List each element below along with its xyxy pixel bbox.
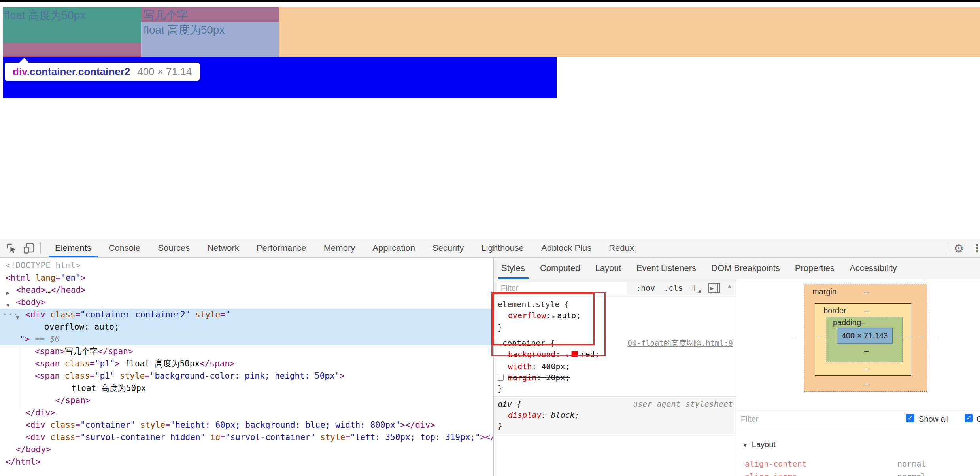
property-name[interactable]: overflow bbox=[508, 311, 546, 320]
container-selector[interactable]: .container { bbox=[498, 338, 555, 349]
tree-node[interactable]: <html lang="en"> bbox=[0, 272, 493, 284]
toggle-hover-state-button[interactable]: :hov bbox=[636, 283, 655, 293]
tree-node[interactable]: float 高度为50px bbox=[0, 382, 493, 394]
border-top-value[interactable]: – bbox=[864, 306, 869, 315]
padding-top-value[interactable]: – bbox=[861, 318, 866, 327]
tree-node[interactable]: <span>写几个字</span> bbox=[0, 345, 493, 358]
layout-property-value: normal bbox=[897, 472, 926, 476]
property-value[interactable]: 20px; bbox=[546, 373, 570, 382]
tree-node-selected[interactable]: overflow: auto; bbox=[0, 321, 493, 333]
position-left-value[interactable]: – bbox=[791, 331, 796, 340]
code-segment: "container container2" bbox=[80, 310, 190, 319]
sidebar-divider[interactable] bbox=[736, 279, 736, 476]
property-value[interactable]: 400px; bbox=[541, 362, 570, 371]
sidebar-tab-dom-breakpoints[interactable]: DOM Breakpoints bbox=[704, 258, 787, 279]
overflow-property[interactable]: overflow:▶auto; bbox=[494, 310, 736, 322]
border-bottom-value[interactable]: – bbox=[864, 365, 869, 374]
margin-left-value[interactable]: – bbox=[817, 331, 821, 340]
tooltip-selector: div.container.container2 bbox=[13, 66, 130, 78]
toggle-class-button[interactable]: .cls bbox=[664, 283, 683, 293]
tab-console[interactable]: Console bbox=[100, 239, 149, 257]
tree-node[interactable]: <!DOCTYPE html> bbox=[0, 260, 493, 272]
code-segment: "height: 60px; background: blue; width: … bbox=[170, 420, 400, 430]
kebab-menu-icon[interactable]: ⋮ bbox=[971, 242, 978, 255]
inline-text: 写几个字 bbox=[144, 9, 188, 21]
code-segment: "background-color: pink; height: 50px" bbox=[150, 371, 340, 381]
tree-node[interactable]: </body> bbox=[0, 444, 493, 456]
tab-redux[interactable]: Redux bbox=[600, 239, 643, 257]
sidebar-tab-computed[interactable]: Computed bbox=[532, 258, 588, 279]
expand-arrow-icon[interactable]: ▶ bbox=[552, 313, 555, 319]
tab-application[interactable]: Application bbox=[364, 239, 424, 257]
color-swatch[interactable] bbox=[571, 351, 578, 357]
element-style-rule[interactable]: element.style { overflow:▶auto; } bbox=[494, 297, 736, 336]
gear-icon[interactable]: ⚙ bbox=[954, 241, 964, 255]
stylesheet-source-link[interactable]: 04-float的高度塌陷.html:9 bbox=[627, 338, 733, 349]
tree-node[interactable]: </div> bbox=[0, 407, 493, 419]
property-value[interactable]: red; bbox=[580, 349, 599, 359]
tab-security[interactable]: Security bbox=[424, 239, 472, 257]
tab-elements[interactable]: Elements bbox=[46, 239, 100, 257]
property-name[interactable]: width bbox=[508, 362, 532, 371]
tree-node[interactable]: ▶<head>…</head> bbox=[0, 284, 493, 296]
scrollbar-up-icon[interactable]: ▲ bbox=[727, 283, 733, 289]
border-right-value[interactable]: – bbox=[908, 331, 912, 340]
sidebar-tab-properties[interactable]: Properties bbox=[787, 258, 842, 279]
expand-arrow-icon[interactable]: ▶ bbox=[567, 352, 570, 358]
width-property[interactable]: width: 400px; bbox=[494, 361, 736, 372]
container-rule[interactable]: .container { 04-float的高度塌陷.html:9 backgr… bbox=[494, 336, 736, 396]
inspect-element-icon[interactable] bbox=[6, 242, 17, 254]
position-right-value[interactable]: – bbox=[935, 331, 939, 340]
tab-sources[interactable]: Sources bbox=[149, 239, 198, 257]
code-segment: float 高度为50px bbox=[71, 383, 146, 393]
tab-memory[interactable]: Memory bbox=[315, 239, 364, 257]
toolbar-separator bbox=[946, 242, 946, 254]
tab-network[interactable]: Network bbox=[198, 239, 248, 257]
sidebar-tab-styles[interactable]: Styles bbox=[494, 258, 532, 279]
property-enable-checkbox[interactable] bbox=[497, 374, 504, 381]
sidebar-tab-event-listeners[interactable]: Event Listeners bbox=[629, 258, 704, 279]
show-all-checkbox[interactable]: ✓ bbox=[906, 414, 914, 422]
tab-adblock-plus[interactable]: Adblock Plus bbox=[532, 239, 600, 257]
tab-performance[interactable]: Performance bbox=[248, 239, 315, 257]
tree-node[interactable]: <span class="p1"> float 高度为50px</span> bbox=[0, 358, 493, 370]
code-segment: = bbox=[90, 359, 95, 368]
styles-filter-input[interactable] bbox=[497, 282, 627, 295]
check-icon: ✓ bbox=[966, 414, 971, 422]
tree-node[interactable]: <span class="p1" style="background-color… bbox=[0, 370, 493, 382]
margin-bottom-value[interactable]: – bbox=[864, 380, 869, 389]
box-model-content[interactable]: 400 × 71.143 bbox=[837, 328, 893, 344]
margin-top-value[interactable]: – bbox=[864, 287, 869, 296]
element-style-selector[interactable]: element.style { bbox=[494, 299, 736, 310]
device-toolbar-icon[interactable] bbox=[23, 242, 35, 254]
margin-right-value[interactable]: – bbox=[919, 331, 923, 340]
sidebar-tab-layout[interactable]: Layout bbox=[587, 258, 629, 279]
tree-node[interactable]: </html> bbox=[0, 456, 493, 468]
code-segment: = bbox=[75, 310, 80, 319]
new-style-rule-button[interactable]: + bbox=[691, 284, 698, 292]
padding-left-value[interactable]: – bbox=[829, 331, 834, 340]
property-value[interactable]: auto; bbox=[557, 311, 581, 320]
property-name[interactable]: margin bbox=[508, 373, 536, 382]
tree-node[interactable]: </span> bbox=[0, 394, 493, 407]
computed-filter-input[interactable]: Filter bbox=[741, 415, 758, 424]
tree-node[interactable]: <div class="survol-container hidden" id=… bbox=[0, 431, 493, 444]
layout-property-value: normal bbox=[897, 459, 926, 468]
padding-right-value[interactable]: – bbox=[897, 331, 901, 340]
elements-tree-pane[interactable]: <!DOCTYPE html><html lang="en">▶<head>…<… bbox=[0, 258, 493, 476]
tree-node[interactable]: <div class="container" style="height: 60… bbox=[0, 419, 493, 431]
layout-section-header[interactable]: ▼Layout bbox=[742, 440, 776, 449]
sidebar-tab-accessibility[interactable]: Accessibility bbox=[842, 258, 904, 279]
tree-node-selected[interactable]: ···▼<div class="container container2" st… bbox=[0, 309, 493, 321]
background-property[interactable]: background: ▶red; bbox=[494, 349, 736, 361]
tree-node[interactable]: ▼<body> bbox=[0, 296, 493, 309]
padding-bottom-value[interactable]: – bbox=[864, 347, 869, 356]
property-name[interactable]: background bbox=[508, 349, 555, 359]
padding-label: padding bbox=[833, 318, 861, 327]
tree-node-selected[interactable]: "> == $0 bbox=[0, 333, 493, 345]
code-segment: = bbox=[220, 310, 225, 319]
group-checkbox[interactable]: ✓ bbox=[965, 414, 973, 422]
margin-property[interactable]: margin: 20px; bbox=[494, 372, 736, 383]
tab-lighthouse[interactable]: Lighthouse bbox=[472, 239, 532, 257]
pseudo-element-panel-icon[interactable]: ▶ bbox=[708, 283, 720, 293]
